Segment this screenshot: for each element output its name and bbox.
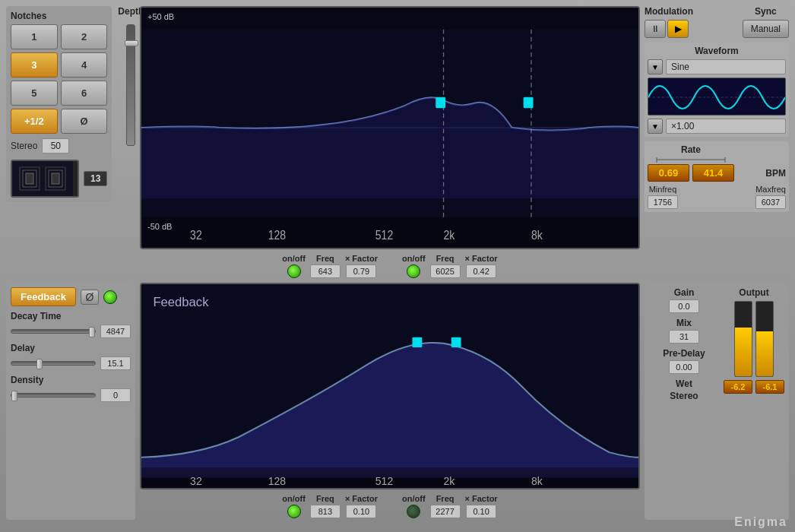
waveform-value[interactable]: Sine: [666, 59, 786, 74]
feedback-header: Feedback Ø: [11, 287, 131, 306]
meter-left-fill: [735, 328, 752, 376]
enigma-title: Enigma: [734, 515, 787, 529]
bpm-value[interactable]: 41.4: [692, 164, 734, 182]
minfreq-value[interactable]: 1756: [648, 195, 678, 209]
density-value[interactable]: 0: [100, 388, 131, 402]
notch1-led[interactable]: [287, 264, 301, 278]
modulation-label: Modulation: [645, 6, 693, 17]
notch-btn-5[interactable]: 5: [11, 81, 58, 106]
pattern-display[interactable]: [11, 160, 79, 198]
wet-group: Wet Stereo: [649, 378, 719, 401]
svg-rect-26: [412, 337, 422, 347]
gain-label: Gain: [674, 287, 695, 298]
gain-output-row: Gain 0.0 Mix 31 Pre-Delay 0.00 Wet Stere…: [649, 287, 784, 401]
mod-header: Modulation ⏸ ▶ Sync Manual: [645, 6, 789, 38]
notch-btn-3[interactable]: 3: [11, 52, 58, 78]
right-panel: Modulation ⏸ ▶ Sync Manual Waveform ▼ Si…: [645, 6, 789, 280]
minfreq-group: Minfreq 1756: [648, 185, 678, 209]
pause-button[interactable]: ⏸: [645, 20, 666, 38]
notch-btn-half[interactable]: +1/2: [11, 109, 58, 134]
pre-delay-value[interactable]: 0.00: [669, 360, 699, 374]
notches-section: Notches 1 2 3 4 5 6 +1/2 Ø Stereo 50: [6, 6, 112, 202]
bot-notch2-freq-value[interactable]: 2277: [430, 505, 461, 518]
svg-text:512: 512: [375, 228, 394, 242]
bot-notch2-freq-col: Freq 2277: [430, 494, 461, 518]
decay-time-slider[interactable]: [11, 329, 96, 334]
maxfreq-group: Maxfreq 6037: [755, 185, 786, 209]
gain-value[interactable]: 0.0: [669, 299, 699, 313]
notch1-freq-label: Freq: [316, 254, 334, 263]
svg-rect-3: [26, 173, 33, 184]
delay-slider[interactable]: [11, 361, 96, 366]
density-slider[interactable]: [11, 393, 96, 397]
maxfreq-label: Maxfreq: [755, 185, 786, 194]
notch-btn-2[interactable]: 2: [61, 24, 108, 49]
bot-notch1-xfactor-label: × Factor: [345, 494, 378, 503]
bottom-controls-row: on/off Freq 813 × Factor 0.10 on/off: [140, 492, 640, 520]
freq-range-row: Minfreq 1756 Maxfreq 6037: [648, 185, 786, 209]
multiplier-dropdown-arrow[interactable]: ▼: [648, 119, 663, 134]
maxfreq-value[interactable]: 6037: [755, 195, 786, 209]
decay-time-thumb[interactable]: [89, 327, 95, 337]
notch-btn-phase[interactable]: Ø: [61, 109, 108, 134]
svg-text:Feedback: Feedback: [153, 295, 209, 309]
output-label: Output: [739, 287, 768, 298]
waveform-dropdown-arrow[interactable]: ▼: [648, 59, 663, 74]
svg-text:2k: 2k: [444, 475, 456, 487]
bottom-spectrum[interactable]: 32 128 512 2k 8k Feedback: [140, 283, 640, 489]
main-container: Notches 1 2 3 4 5 6 +1/2 Ø Stereo 50: [0, 0, 795, 532]
bot-notch2-led[interactable]: [407, 505, 420, 518]
rate-value[interactable]: 0.69: [648, 164, 689, 182]
bottom-left-panel: Feedback Ø Decay Time 4847 Delay: [6, 283, 135, 520]
top-spectrum[interactable]: 32 128 512 2k 8k +50 dB -50 dB: [140, 6, 640, 249]
delay-thumb[interactable]: [36, 359, 43, 369]
notch1-freq-value[interactable]: 643: [310, 264, 340, 278]
bot-notch1-onoff: on/off: [282, 494, 306, 518]
stereo-value[interactable]: 50: [42, 138, 69, 154]
depth-thumb[interactable]: [125, 40, 138, 46]
notch2-freq-value[interactable]: 6025: [430, 264, 461, 278]
notch-grid: 1 2 3 4 5 6 +1/2 Ø: [11, 24, 107, 134]
play-button[interactable]: ▶: [667, 20, 689, 38]
delay-value[interactable]: 15.1: [100, 356, 131, 370]
svg-text:32: 32: [190, 228, 202, 242]
svg-text:128: 128: [268, 228, 287, 242]
feedback-phase[interactable]: Ø: [81, 290, 99, 305]
depth-slider[interactable]: [126, 24, 135, 146]
rate-section: Rate 0.69 41.4: [645, 141, 789, 212]
mix-value[interactable]: 31: [669, 330, 699, 344]
notch2-xfactor-value[interactable]: 0.42: [466, 264, 496, 278]
bot-notch2-freq-label: Freq: [436, 494, 455, 503]
notch2-led[interactable]: [407, 264, 420, 278]
notch-btn-6[interactable]: 6: [61, 81, 108, 106]
meter-left: [734, 301, 752, 377]
density-label: Density: [11, 375, 131, 385]
bot-notch1-xfactor-value[interactable]: 0.10: [346, 505, 376, 518]
notch2-onoff-label: on/off: [402, 254, 426, 263]
density-thumb[interactable]: [11, 391, 17, 401]
svg-text:32: 32: [190, 475, 202, 487]
bot-notch2-onoff-label: on/off: [402, 494, 426, 503]
decay-time-slider-row: 4847: [11, 325, 131, 338]
notch-btn-1[interactable]: 1: [11, 24, 58, 49]
rate-label: Rate: [681, 144, 701, 155]
meter-right-value[interactable]: -6.1: [755, 380, 784, 394]
sync-button[interactable]: Manual: [743, 20, 789, 38]
sync-label: Sync: [755, 6, 777, 17]
pre-delay-group: Pre-Delay 0.00: [649, 348, 719, 374]
feedback-led[interactable]: [103, 290, 117, 304]
bot-notch1-freq-value[interactable]: 813: [310, 505, 340, 518]
svg-rect-12: [524, 97, 534, 108]
bot-notch1-led[interactable]: [287, 505, 301, 518]
notch-btn-4[interactable]: 4: [61, 52, 108, 78]
feedback-button[interactable]: Feedback: [11, 287, 76, 306]
bot-notch2-xfactor-value[interactable]: 0.10: [466, 505, 496, 518]
bot-notch2-onoff: on/off: [402, 494, 426, 518]
notch1-xfactor-value[interactable]: 0.79: [346, 264, 376, 278]
meter-left-value[interactable]: -6.2: [724, 380, 752, 394]
preset-value[interactable]: 13: [84, 171, 107, 186]
decay-time-value[interactable]: 4847: [100, 325, 131, 338]
transport-buttons: ⏸ ▶: [645, 20, 693, 38]
decay-time-section: Decay Time 4847: [11, 311, 131, 338]
multiplier-value[interactable]: ×1.00: [666, 119, 786, 134]
